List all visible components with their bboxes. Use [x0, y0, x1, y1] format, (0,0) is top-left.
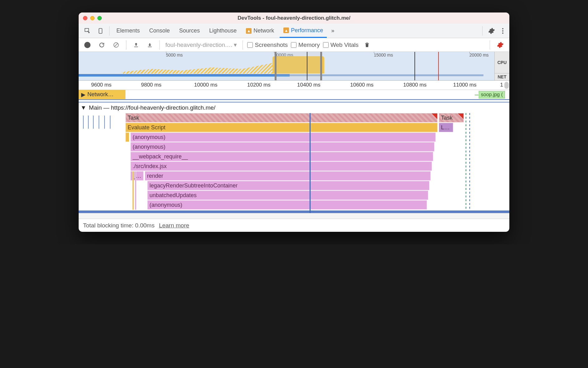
flame-bar-anonymous[interactable]: (anonymous) — [130, 142, 434, 152]
flame-bar-task[interactable]: Task — [125, 113, 438, 122]
svg-rect-7 — [134, 47, 138, 47]
load-profile-icon[interactable] — [131, 41, 141, 49]
perf-toolbar: foul-heavenly-direction.… ▾ Screenshots … — [79, 38, 509, 52]
main-thread-header[interactable]: ▼ Main — https://foul-heavenly-direction… — [79, 102, 509, 113]
network-track[interactable]: ▶ Network… soop.jpg ( — [79, 90, 509, 99]
footer-bar: Total blocking time: 0.00ms Learn more — [79, 219, 509, 232]
overview-selection[interactable] — [275, 52, 322, 80]
garbage-icon[interactable] — [362, 41, 372, 49]
svg-point-2 — [502, 28, 503, 29]
net-label: NET — [495, 73, 509, 80]
tab-network[interactable]: ▲ Network — [242, 24, 278, 38]
flame-bar-task[interactable]: Task — [439, 113, 464, 122]
warning-icon: ▲ — [283, 27, 289, 33]
tab-console[interactable]: Console — [145, 24, 174, 38]
flame-bar-layout[interactable]: L… — [439, 123, 453, 132]
svg-rect-0 — [85, 28, 89, 32]
overview-timeline[interactable]: 5000 ms 10000 ms 15000 ms 20000 ms CPU N… — [79, 52, 509, 81]
tab-performance[interactable]: ▲ Performance — [280, 24, 327, 38]
main-thread-section: ▼ Main — https://foul-heavenly-direction… — [79, 102, 509, 213]
flame-bar-anonymous[interactable]: (anonymous) — [147, 200, 427, 210]
reload-button[interactable] — [96, 41, 107, 49]
tab-bar: Elements Console Sources Lighthouse ▲ Ne… — [79, 24, 509, 38]
flame-bar-legacy-render[interactable]: legacyRenderSubtreeIntoContainer — [147, 181, 429, 190]
expand-icon: ▶ — [81, 91, 86, 98]
clear-button[interactable] — [110, 41, 122, 49]
capture-settings-icon[interactable] — [494, 40, 506, 50]
collapse-icon: ▼ — [81, 104, 86, 111]
chevron-down-icon: ▾ — [234, 41, 237, 48]
save-profile-icon[interactable] — [145, 41, 155, 49]
webvitals-checkbox[interactable]: Web Vitals — [323, 42, 359, 48]
tab-sources[interactable]: Sources — [175, 24, 203, 38]
settings-icon[interactable] — [486, 26, 497, 36]
inspect-icon[interactable] — [82, 27, 93, 35]
window-title: DevTools - foul-heavenly-direction.glitc… — [79, 15, 509, 21]
kebab-menu-icon[interactable] — [499, 27, 506, 35]
flame-bar-anonymous[interactable]: (anonymous) — [130, 132, 436, 142]
overview-tick: 20000 ms — [469, 52, 488, 57]
flame-chart[interactable]: Task Task Evaluate Script L… (anonymous)… — [79, 113, 509, 213]
screenshots-checkbox[interactable]: Screenshots — [247, 42, 288, 48]
flame-bar-src-index[interactable]: ./src/index.jsx — [130, 162, 432, 171]
flame-bar-unbatched[interactable]: unbatchedUpdates — [147, 191, 428, 200]
flame-bar-webpack-require[interactable]: __webpack_require__ — [130, 152, 433, 161]
flame-bar-render[interactable]: render — [145, 171, 431, 181]
titlebar: DevTools - foul-heavenly-direction.glitc… — [79, 12, 509, 24]
scrollbar-thumb[interactable] — [504, 82, 509, 89]
svg-point-3 — [502, 30, 503, 32]
svg-rect-1 — [99, 28, 102, 33]
learn-more-link[interactable]: Learn more — [159, 222, 189, 229]
devtools-window: DevTools - foul-heavenly-direction.glitc… — [79, 12, 509, 232]
tab-elements[interactable]: Elements — [113, 24, 144, 38]
svg-point-4 — [502, 32, 503, 34]
device-icon[interactable] — [95, 27, 106, 35]
overview-tick: 5000 ms — [166, 52, 183, 57]
total-blocking-time: Total blocking time: 0.00ms — [83, 222, 154, 229]
memory-checkbox[interactable]: Memory — [291, 42, 320, 48]
more-tabs-icon[interactable]: » — [329, 26, 337, 35]
svg-line-6 — [115, 43, 118, 47]
cpu-label: CPU — [495, 52, 509, 73]
overview-tick: 15000 ms — [374, 52, 393, 57]
network-track-label[interactable]: ▶ Network… — [79, 90, 125, 99]
profile-selector[interactable]: foul-heavenly-direction.… ▾ — [164, 41, 238, 48]
warning-icon: ▲ — [246, 28, 252, 34]
svg-rect-8 — [148, 47, 152, 47]
tab-lighthouse[interactable]: Lighthouse — [205, 24, 240, 38]
time-marker — [310, 113, 311, 213]
network-request-item[interactable]: soop.jpg ( — [479, 91, 505, 98]
record-button[interactable] — [82, 41, 93, 49]
flame-bar-evaluate-script[interactable]: Evaluate Script — [125, 123, 438, 132]
time-ruler[interactable]: 9600 ms 9800 ms 10000 ms 10200 ms 10400 … — [79, 81, 509, 90]
